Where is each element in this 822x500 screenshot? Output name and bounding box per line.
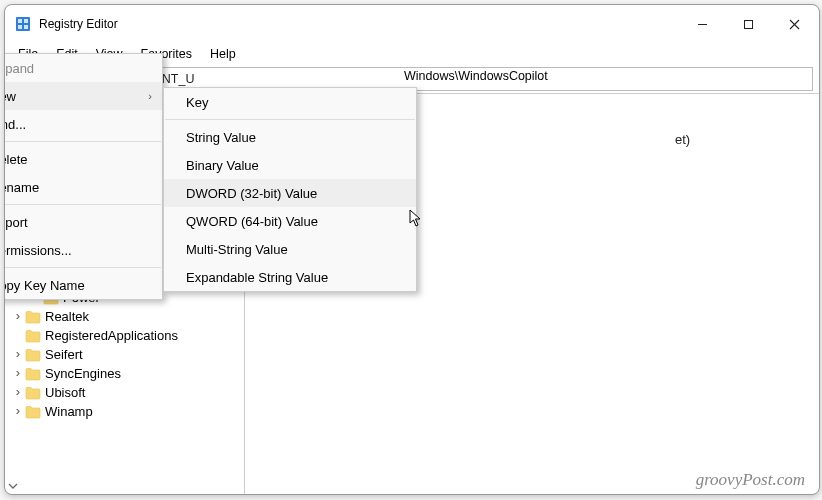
menu-separator bbox=[165, 119, 415, 120]
minimize-button[interactable] bbox=[679, 5, 725, 43]
svg-rect-4 bbox=[24, 25, 28, 29]
chevron-right-icon[interactable] bbox=[11, 403, 25, 418]
tree-item-winamp[interactable]: Winamp bbox=[7, 402, 242, 421]
menu-separator bbox=[4, 204, 161, 205]
svg-rect-3 bbox=[18, 25, 22, 29]
ctx-item-new[interactable]: New› bbox=[4, 82, 162, 110]
window-title: Registry Editor bbox=[39, 17, 679, 31]
menu-item-label: Expandable String Value bbox=[186, 270, 328, 285]
tree-item-realtek[interactable]: Realtek bbox=[7, 307, 242, 326]
tree-item-seifert[interactable]: Seifert bbox=[7, 345, 242, 364]
menu-item-label: Delete bbox=[4, 152, 28, 167]
titlebar: Registry Editor bbox=[5, 5, 819, 43]
folder-icon bbox=[25, 386, 41, 400]
folder-icon bbox=[25, 348, 41, 362]
menu-item-label: String Value bbox=[186, 130, 256, 145]
menu-item-label: Rename bbox=[4, 180, 39, 195]
tree-item-label: Winamp bbox=[45, 404, 93, 419]
tree-item-label: Realtek bbox=[45, 309, 89, 324]
menu-item-label: New bbox=[4, 89, 16, 104]
split-pane: PiriformPoliciesMicrosoftOfficeSystemCer… bbox=[5, 93, 819, 494]
menu-separator bbox=[4, 141, 161, 142]
svg-rect-2 bbox=[24, 19, 28, 23]
menu-item-label: QWORD (64-bit) Value bbox=[186, 214, 318, 229]
ctx-item-delete[interactable]: Delete bbox=[4, 145, 162, 173]
menu-item-label: Copy Key Name bbox=[4, 278, 85, 293]
menu-item-label: Expand bbox=[4, 61, 34, 76]
ctx-new-string-value[interactable]: String Value bbox=[164, 123, 416, 151]
chevron-right-icon[interactable] bbox=[11, 308, 25, 323]
tree-item-label: Seifert bbox=[45, 347, 83, 362]
ctx-new-qword-64-bit-value[interactable]: QWORD (64-bit) Value bbox=[164, 207, 416, 235]
folder-icon bbox=[25, 310, 41, 324]
chevron-right-icon[interactable] bbox=[11, 384, 25, 399]
scroll-chevron-down-icon[interactable] bbox=[7, 480, 19, 492]
ctx-new-multi-string-value[interactable]: Multi-String Value bbox=[164, 235, 416, 263]
ctx-new-key[interactable]: Key bbox=[164, 88, 416, 116]
ctx-item-export[interactable]: Export bbox=[4, 208, 162, 236]
ctx-new-dword-32-bit-value[interactable]: DWORD (32-bit) Value bbox=[164, 179, 416, 207]
window-controls bbox=[679, 5, 817, 43]
menu-item-label: Binary Value bbox=[186, 158, 259, 173]
menu-item-label: Multi-String Value bbox=[186, 242, 288, 257]
context-menu-main: ExpandNew›Find...DeleteRenameExportPermi… bbox=[4, 53, 163, 300]
chevron-right-icon[interactable] bbox=[11, 346, 25, 361]
tree-item-ubisoft[interactable]: Ubisoft bbox=[7, 383, 242, 402]
ctx-item-copy-key-name[interactable]: Copy Key Name bbox=[4, 271, 162, 299]
context-menu-new: KeyString ValueBinary ValueDWORD (32-bit… bbox=[163, 87, 417, 292]
menu-item-label: DWORD (32-bit) Value bbox=[186, 186, 317, 201]
menu-item-label: Find... bbox=[4, 117, 26, 132]
regedit-icon bbox=[15, 16, 31, 32]
menu-item-label: Permissions... bbox=[4, 243, 72, 258]
ctx-new-binary-value[interactable]: Binary Value bbox=[164, 151, 416, 179]
ctx-item-expand: Expand bbox=[4, 54, 162, 82]
chevron-right-icon: › bbox=[148, 90, 152, 102]
maximize-button[interactable] bbox=[725, 5, 771, 43]
tree-item-syncengines[interactable]: SyncEngines bbox=[7, 364, 242, 383]
ctx-new-expandable-string-value[interactable]: Expandable String Value bbox=[164, 263, 416, 291]
watermark: groovyPost.com bbox=[696, 470, 805, 490]
tree-item-label: RegisteredApplications bbox=[45, 328, 178, 343]
tree-item-label: Ubisoft bbox=[45, 385, 85, 400]
tree-item-label: SyncEngines bbox=[45, 366, 121, 381]
svg-rect-1 bbox=[18, 19, 22, 23]
close-button[interactable] bbox=[771, 5, 817, 43]
ctx-item-permissions[interactable]: Permissions... bbox=[4, 236, 162, 264]
svg-rect-6 bbox=[744, 20, 752, 28]
chevron-right-icon[interactable] bbox=[11, 365, 25, 380]
window: Registry Editor File Edit View Favorites… bbox=[4, 4, 820, 495]
folder-icon bbox=[25, 329, 41, 343]
ctx-item-rename[interactable]: Rename bbox=[4, 173, 162, 201]
ctx-item-find[interactable]: Find... bbox=[4, 110, 162, 138]
menu-item-label: Export bbox=[4, 215, 28, 230]
menu-separator bbox=[4, 267, 161, 268]
folder-icon bbox=[25, 405, 41, 419]
menu-help[interactable]: Help bbox=[201, 45, 245, 63]
menu-item-label: Key bbox=[186, 95, 208, 110]
address-text-right: Windows\WindowsCopilot bbox=[404, 69, 548, 83]
folder-icon bbox=[25, 367, 41, 381]
tree-item-registeredapplications[interactable]: RegisteredApplications bbox=[7, 326, 242, 345]
